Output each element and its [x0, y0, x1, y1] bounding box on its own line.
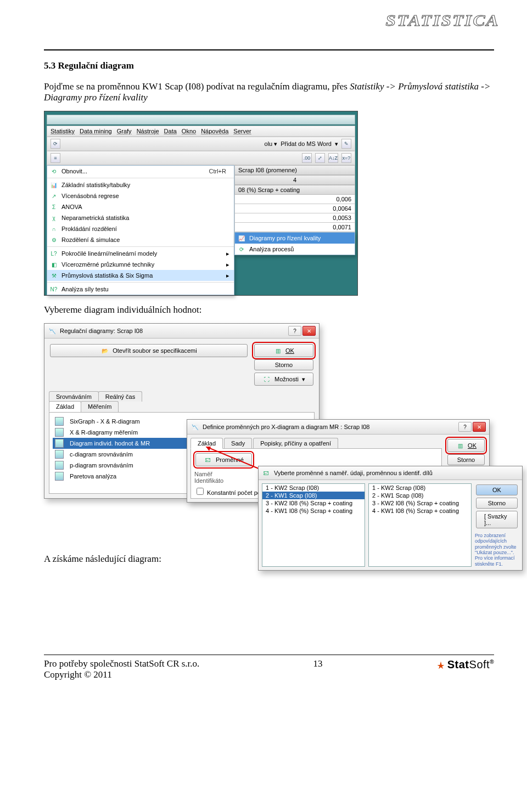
item-label: Paretova analýza	[70, 473, 116, 480]
dd-label: Neparametrická statistika	[61, 215, 130, 221]
open-spec-button[interactable]: 📂Otevřít soubor se specifikacemi	[50, 344, 248, 357]
ok-button-2[interactable]: ▥OK	[447, 439, 485, 452]
anova-icon: Σ	[49, 202, 58, 211]
section-heading: 5.3 Regulační diagram	[44, 60, 494, 71]
close-icon[interactable]: ✕	[302, 326, 316, 336]
options-icon: ⛶	[262, 375, 271, 384]
open-spec-label: Otevřít soubor se specifikacemi	[113, 347, 197, 354]
list-item[interactable]: 3 - KW2 I08 (%) Scrap + coating	[369, 499, 471, 507]
dlg3-title: 🗠 Vyberte proměnné s naměř. údaji, promě…	[259, 466, 522, 480]
menu-okno[interactable]: Okno	[182, 128, 196, 134]
close-icon[interactable]: ✕	[473, 422, 486, 432]
dlg2-title: 📉 Definice proměnných pro X-diagram a di…	[187, 420, 489, 435]
sort-icon[interactable]: A↓Z	[328, 153, 338, 163]
dd-anal[interactable]: N?Analýza síly testu	[47, 284, 234, 295]
dd-zakladni[interactable]: 📊Základní statistiky/tabulky	[47, 179, 234, 190]
toolbar-word[interactable]: Přidat do MS Word	[281, 140, 332, 147]
list-item[interactable]: 2 - KW1 Scap (I08)	[369, 492, 471, 499]
dd-anova[interactable]: ΣANOVA	[47, 201, 234, 212]
dlg-vyberte: 🗠 Vyberte proměnné s naměř. údaji, promě…	[258, 466, 523, 571]
storno-button[interactable]: Storno	[254, 359, 313, 370]
screenshot-dialogs: 📉 Regulační diagramy: Scrap I08 ?✕ 📂Otev…	[44, 323, 494, 554]
submenu-procesy[interactable]: ⟳Analýza procesů	[235, 244, 355, 255]
menubar[interactable]: Statistiky Data mining Grafy Nástroje Da…	[47, 126, 355, 137]
data-cell[interactable]: 0,006	[234, 195, 355, 204]
storno-button-3[interactable]: Storno	[476, 498, 518, 509]
menu-statistiky[interactable]: Statistiky	[51, 128, 75, 134]
tab-zaklad[interactable]: Základ	[49, 401, 81, 412]
dd-label: Obnovit...	[61, 168, 87, 174]
tool-icon-5[interactable]: ⤢	[315, 153, 325, 163]
tab-srov[interactable]: Srovnáváním	[49, 391, 99, 402]
page-number: 13	[313, 658, 323, 669]
dd-nepar[interactable]: χNeparametrická statistika	[47, 212, 234, 223]
chart-icon	[55, 428, 64, 437]
dropdown-icon[interactable]: ▾	[335, 140, 338, 148]
dd-shortcut: Ctrl+R	[209, 168, 229, 174]
ok-button[interactable]: ▥OK	[254, 344, 313, 357]
listbox-right[interactable]: 1 - KW2 Scrap (I08) 2 - KW1 Scap (I08) 3…	[368, 483, 472, 567]
dd-obnovit[interactable]: ⟲Obnovit...Ctrl+R	[47, 166, 234, 177]
dd-label: Průmyslová statistika & Six Sigma	[61, 272, 153, 279]
screenshot-menu: Statistiky Data mining Grafy Nástroje Da…	[44, 111, 358, 296]
nonparam-icon: χ	[49, 213, 58, 222]
dd-label: Vícerozměrné průzkumné techniky	[61, 261, 154, 268]
dd-pokroc[interactable]: L?Pokročilé lineární/nelineární modely	[47, 248, 234, 259]
sheet-tab[interactable]: Scrap I08 (promenne)	[234, 165, 355, 175]
dd-label: Rozdělení & simulace	[61, 236, 120, 243]
chart-icon	[55, 439, 64, 448]
list-item[interactable]: 1 - KW2 Scrap (I08)	[262, 484, 365, 492]
submenu: 📈Diagramy pro řízení kvality ⟳Analýza pr…	[234, 232, 355, 255]
menu-datamining[interactable]: Data mining	[80, 128, 112, 134]
storno-button-2[interactable]: Storno	[447, 454, 485, 465]
list-item[interactable]: 1 - KW2 Scrap (I08)	[369, 484, 471, 492]
listbox-left[interactable]: 1 - KW2 Scrap (I08) 2 - KW1 Scap (I08) 3…	[262, 483, 365, 567]
dd-vicer[interactable]: ◧Vícerozměrné průzkumné techniky	[47, 259, 234, 270]
filter-icon[interactable]: x=?	[341, 153, 351, 163]
page-footer: Pro potřeby společnosti StatSoft CR s.r.…	[44, 658, 494, 680]
industry-icon: ⚒	[49, 271, 58, 280]
list-item[interactable]: 4 - KW1 I08 (%) Scrap + coating	[369, 507, 471, 515]
chart-icon: 📉	[190, 422, 199, 431]
help-icon[interactable]: ?	[458, 422, 472, 432]
tool-icon-2[interactable]: ✎	[341, 139, 351, 149]
menu-server[interactable]: Server	[233, 128, 251, 134]
stats-icon: 📊	[49, 181, 58, 189]
list-item[interactable]: 3 - KW2 I08 (%) Scrap + coating	[262, 499, 365, 507]
menu-napoveda[interactable]: Nápověda	[201, 128, 228, 134]
menu-nastroje[interactable]: Nástroje	[137, 128, 159, 134]
dd-prokl[interactable]: ∩Prokládání rozdělení	[47, 223, 234, 234]
list-item-selected[interactable]: 2 - KW1 Scap (I08)	[262, 492, 365, 499]
submenu-diagramy[interactable]: 📈Diagramy pro řízení kvality	[235, 233, 355, 244]
power-icon: N?	[49, 285, 58, 294]
list-item[interactable]: 4 - KW1 I08 (%) Scrap + coating	[262, 507, 365, 515]
dd-rozd[interactable]: ⚙Rozdělení & simulace	[47, 234, 234, 245]
tool-icon-4[interactable]: .00	[302, 153, 312, 163]
menu-data[interactable]: Data	[164, 128, 177, 134]
app-titlebar	[47, 115, 355, 125]
options-button[interactable]: ⛶Možnosti ▾	[254, 373, 313, 386]
data-cell[interactable]: 0,0064	[234, 204, 355, 213]
tab-real[interactable]: Reálný čas	[98, 391, 142, 402]
toolbar: ⟳ olu ▾ Přidat do MS Word ▾ ✎	[47, 137, 355, 151]
adv-icon: L?	[49, 249, 58, 258]
refresh-icon: ⟲	[49, 167, 58, 176]
process-icon: ⟳	[237, 245, 246, 253]
footer-rule	[44, 655, 494, 655]
tool-icon-3[interactable]: ≡	[51, 153, 60, 163]
menu-grafy[interactable]: Grafy	[117, 128, 132, 134]
item-label: c-diagram srovnáváním	[70, 451, 133, 458]
svazky-button[interactable]: [ Svazky ]...	[476, 511, 518, 528]
dd-vicenas[interactable]: ↗Vícenásobná regrese	[47, 190, 234, 201]
data-cell[interactable]: 0,0053	[234, 213, 355, 223]
tab-merenim[interactable]: Měřením	[81, 401, 119, 412]
ok-button-3[interactable]: OK	[476, 484, 518, 495]
tool-icon[interactable]: ⟳	[51, 139, 60, 149]
options-label: Možnosti	[274, 376, 299, 382]
dlg3-title-text: Vyberte proměnné s naměř. údaji, proměnn…	[274, 470, 433, 476]
konst-checkbox[interactable]	[197, 488, 204, 495]
dd-label: Vícenásobná regrese	[61, 193, 119, 199]
data-cell[interactable]: 0,0071	[234, 223, 355, 232]
dd-prum[interactable]: ⚒Průmyslová statistika & Six Sigma	[47, 270, 234, 281]
help-icon[interactable]: ?	[288, 326, 301, 336]
